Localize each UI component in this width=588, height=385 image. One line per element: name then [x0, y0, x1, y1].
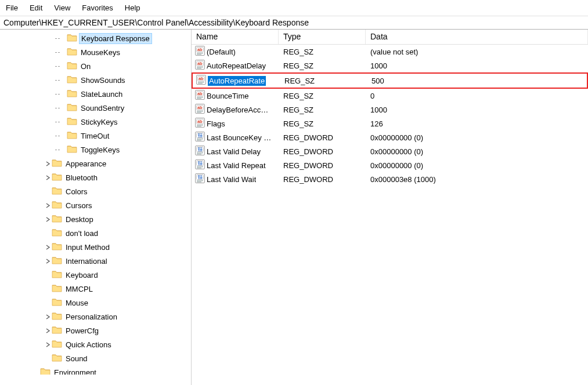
value-row[interactable]: Last Valid DelayREG_DWORD0x00000000 (0) [192, 144, 588, 158]
tree-expander-icon[interactable] [44, 314, 52, 319]
value-data: 0x00000000 (0) [366, 161, 588, 170]
tree-item-label: ShowSounds [79, 75, 127, 85]
tree-item-label: TimeOut [79, 131, 111, 141]
tree-expander-icon[interactable] [44, 245, 52, 250]
tree-item[interactable]: PowerCfg [0, 324, 191, 337]
value-data: (value not set) [366, 48, 588, 56]
folder-icon [40, 366, 52, 375]
reg-dword-icon [195, 173, 207, 185]
tree-item-label: ToggleKeys [79, 145, 121, 155]
tree-item[interactable]: Input Method [0, 240, 191, 254]
tree-expander-icon[interactable] [44, 342, 52, 347]
value-row[interactable]: DelayBeforeAcc…REG_SZ1000 [192, 103, 588, 117]
value-row[interactable]: AutoRepeatRateREG_SZ500 [192, 72, 588, 89]
menu-view[interactable]: View [48, 2, 76, 13]
tree-item[interactable]: Keyboard [0, 268, 191, 282]
value-data: 0x00000000 (0) [366, 147, 588, 156]
value-row[interactable]: AutoRepeatDelayREG_SZ1000 [192, 59, 588, 72]
value-row[interactable]: Last BounceKey …REG_DWORD0x00000000 (0) [192, 130, 588, 144]
tree-item-label: Personalization [64, 312, 119, 322]
value-row[interactable]: BounceTimeREG_SZ0 [192, 89, 588, 103]
values-column-header[interactable]: Name Type Data [192, 30, 588, 45]
value-data: 500 [367, 77, 587, 85]
tree-item-label: MouseKeys [79, 48, 122, 57]
value-type: REG_DWORD [279, 147, 366, 156]
tree-item[interactable]: Mouse [0, 296, 191, 310]
tree-item[interactable]: MMCPL [0, 282, 191, 296]
values-pane: Name Type Data (Default)REG_SZ(value not… [192, 30, 588, 385]
folder-icon [52, 158, 64, 170]
folder-icon [67, 130, 79, 142]
value-data: 0x00000000 (0) [366, 133, 588, 142]
address-bar[interactable]: Computer\HKEY_CURRENT_USER\Control Panel… [0, 16, 588, 30]
tree-expander-icon[interactable] [44, 217, 52, 222]
values-list: (Default)REG_SZ(value not set)AutoRepeat… [192, 45, 588, 186]
tree-item[interactable]: SlateLaunch [0, 87, 191, 101]
tree-item[interactable]: Personalization [0, 310, 191, 324]
tree-item-label: SoundSentry [79, 103, 126, 113]
column-header-data[interactable]: Data [366, 30, 588, 44]
registry-tree[interactable]: Keyboard ResponseMouseKeysOnShowSoundsSl… [0, 30, 191, 375]
tree-item[interactable]: SoundSentry [0, 101, 191, 115]
tree-item-label: Quick Actions [64, 340, 113, 350]
tree-item[interactable]: Bluetooth [0, 170, 191, 184]
tree-item-label: StickyKeys [79, 117, 120, 127]
tree-item[interactable]: don't load [0, 226, 191, 240]
value-type: REG_DWORD [279, 133, 366, 142]
tree-item[interactable]: Sound [0, 351, 191, 365]
tree-item[interactable]: Cursors [0, 198, 191, 212]
tree-expander-icon[interactable] [44, 203, 52, 208]
tree-item[interactable]: Quick Actions [0, 337, 191, 351]
value-type: REG_SZ [279, 119, 366, 128]
tree-expander-icon[interactable] [44, 259, 52, 264]
folder-icon [52, 199, 64, 212]
value-type: REG_SZ [279, 61, 366, 70]
reg-sz-icon [195, 46, 207, 57]
value-name: DelayBeforeAcc… [207, 106, 268, 114]
value-row[interactable]: Last Valid RepeatREG_DWORD0x00000000 (0) [192, 158, 588, 172]
menu-help[interactable]: Help [119, 2, 146, 13]
menu-file[interactable]: File [0, 2, 24, 13]
value-data: 0 [366, 92, 588, 100]
value-name: BounceTime [207, 92, 249, 100]
value-name: Last BounceKey … [207, 133, 271, 142]
reg-dword-icon [195, 146, 207, 157]
folder-icon [52, 353, 64, 365]
tree-item[interactable]: On [0, 59, 191, 73]
tree-item[interactable]: Keyboard Response [0, 31, 191, 45]
tree-expander-icon[interactable] [44, 328, 52, 333]
value-type: REG_SZ [279, 48, 366, 56]
value-name: Flags [207, 119, 225, 128]
tree-expander-icon[interactable] [44, 161, 52, 166]
value-name: (Default) [207, 48, 236, 56]
reg-sz-icon [196, 75, 208, 86]
menu-edit[interactable]: Edit [24, 2, 48, 13]
tree-item[interactable]: Colors [0, 184, 191, 198]
tree-horizontal-scrollbar[interactable] [0, 375, 191, 385]
tree-item[interactable]: Desktop [0, 212, 191, 226]
folder-icon [67, 74, 79, 86]
tree-item[interactable]: TimeOut [0, 129, 191, 143]
column-header-type[interactable]: Type [279, 30, 366, 44]
tree-item[interactable]: International [0, 254, 191, 268]
value-row[interactable]: FlagsREG_SZ126 [192, 117, 588, 130]
tree-item-label: International [64, 256, 109, 266]
value-row[interactable]: Last Valid WaitREG_DWORD0x000003e8 (1000… [192, 172, 588, 186]
tree-item[interactable]: ShowSounds [0, 73, 191, 87]
menu-favorites[interactable]: Favorites [76, 2, 118, 13]
tree-item[interactable]: Environment [0, 365, 191, 375]
tree-item[interactable]: Appearance [0, 157, 191, 170]
value-type: REG_DWORD [279, 161, 366, 170]
column-header-name[interactable]: Name [192, 30, 279, 44]
tree-item-label: Appearance [64, 159, 108, 169]
tree-item-label: PowerCfg [64, 326, 100, 336]
tree-item-label: Mouse [64, 298, 90, 308]
tree-expander-icon[interactable] [44, 175, 52, 180]
value-row[interactable]: (Default)REG_SZ(value not set) [192, 45, 588, 59]
tree-item-label: Cursors [64, 201, 94, 210]
tree-item[interactable]: MouseKeys [0, 45, 191, 59]
value-type: REG_DWORD [279, 175, 366, 184]
tree-item[interactable]: ToggleKeys [0, 143, 191, 157]
folder-icon [52, 325, 64, 337]
tree-item[interactable]: StickyKeys [0, 115, 191, 129]
